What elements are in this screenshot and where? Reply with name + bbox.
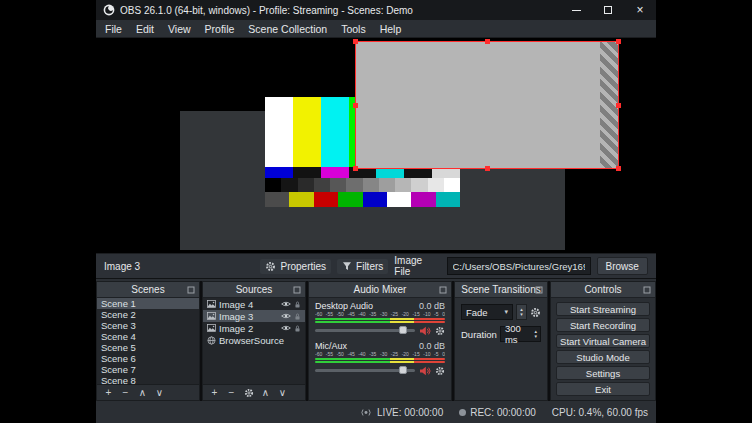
source-item[interactable]: BrowserSource xyxy=(203,334,305,346)
volume-slider-handle[interactable] xyxy=(399,366,407,374)
scene-item[interactable]: Scene 6 xyxy=(97,353,199,364)
add-source-button[interactable]: + xyxy=(207,386,222,399)
scene-up-button[interactable]: ∧ xyxy=(135,386,150,399)
scene-item[interactable]: Scene 5 xyxy=(97,342,199,353)
volume-meter xyxy=(315,321,445,323)
visibility-eye-icon[interactable] xyxy=(281,312,291,320)
studio-mode-button[interactable]: Studio Mode xyxy=(556,350,650,364)
resize-handle[interactable] xyxy=(485,166,490,171)
remove-scene-button[interactable]: − xyxy=(118,386,133,399)
resize-handle[interactable] xyxy=(616,166,621,171)
menu-scene-collection[interactable]: Scene Collection xyxy=(241,20,334,37)
audio-mixer-header[interactable]: Audio Mixer xyxy=(309,282,451,298)
properties-button[interactable]: Properties xyxy=(260,259,331,274)
volume-slider[interactable] xyxy=(315,369,415,372)
db-scale: -60-55-50-45-40-35-30-25-20-15-10-50 xyxy=(315,352,445,357)
start-virtual-camera-button[interactable]: Start Virtual Camera xyxy=(556,334,650,348)
visibility-eye-icon[interactable] xyxy=(281,300,291,308)
resize-handle[interactable] xyxy=(616,39,621,44)
browse-button[interactable]: Browse xyxy=(597,257,649,275)
minimize-button[interactable] xyxy=(560,0,592,20)
source-label: Image 2 xyxy=(219,323,278,334)
transition-spinner[interactable]: ▴▾ xyxy=(516,304,527,320)
source-toolbar: Image 3 Properties Filters Image File Br… xyxy=(96,253,656,279)
source-item[interactable]: Image 2 xyxy=(203,322,305,334)
menu-view[interactable]: View xyxy=(161,20,198,37)
scene-item[interactable]: Scene 7 xyxy=(97,364,199,375)
sources-header[interactable]: Sources xyxy=(203,282,305,298)
scene-item[interactable]: Scene 8 xyxy=(97,375,199,384)
mute-speaker-icon[interactable] xyxy=(419,366,431,376)
lock-icon[interactable] xyxy=(294,324,301,333)
dock-float-icon[interactable] xyxy=(439,286,447,294)
duration-spinbox[interactable]: 300 ms ▴▾ xyxy=(500,326,541,342)
preview-canvas[interactable] xyxy=(96,38,656,253)
gear-icon xyxy=(265,261,276,272)
dock-float-icon[interactable] xyxy=(187,286,195,294)
scenes-header[interactable]: Scenes xyxy=(97,282,199,298)
channel-level: 0.0 dB xyxy=(419,341,445,351)
scene-item[interactable]: Scene 2 xyxy=(97,309,199,320)
maximize-button[interactable] xyxy=(592,0,624,20)
resize-handle[interactable] xyxy=(616,103,621,108)
source-down-button[interactable]: ∨ xyxy=(275,386,290,399)
lock-icon[interactable] xyxy=(294,312,301,321)
filters-button[interactable]: Filters xyxy=(337,259,388,274)
spinbox-arrows[interactable]: ▴▾ xyxy=(531,329,540,339)
channel-settings-gear-icon[interactable] xyxy=(435,326,445,336)
exit-button[interactable]: Exit xyxy=(556,382,650,396)
menu-tools[interactable]: Tools xyxy=(334,20,373,37)
source-up-button[interactable]: ∧ xyxy=(258,386,273,399)
scene-item[interactable]: Scene 1 xyxy=(97,298,199,309)
remove-source-button[interactable]: − xyxy=(224,386,239,399)
controls-panel: Controls Start Streaming Start Recording… xyxy=(550,281,656,401)
dock-float-icon[interactable] xyxy=(293,286,301,294)
source-properties-button[interactable] xyxy=(241,386,256,399)
controls-header[interactable]: Controls xyxy=(551,282,655,298)
titlebar: OBS 26.1.0 (64-bit, windows) - Profile: … xyxy=(96,0,656,20)
resize-handle[interactable] xyxy=(353,103,358,108)
properties-label: Properties xyxy=(280,261,326,272)
transitions-panel: Scene Transitions Fade ▾ ▴▾ Duration 300… xyxy=(454,281,548,401)
resize-handle[interactable] xyxy=(353,39,358,44)
visibility-eye-icon[interactable] xyxy=(281,324,291,332)
scene-down-button[interactable]: ∨ xyxy=(152,386,167,399)
settings-button[interactable]: Settings xyxy=(556,366,650,380)
resize-handle[interactable] xyxy=(353,166,358,171)
add-scene-button[interactable]: + xyxy=(101,386,116,399)
start-streaming-button[interactable]: Start Streaming xyxy=(556,302,650,316)
source-item[interactable]: Image 4 xyxy=(203,298,305,310)
volume-slider-handle[interactable] xyxy=(399,326,407,334)
menu-help[interactable]: Help xyxy=(373,20,409,37)
menu-file[interactable]: File xyxy=(98,20,129,37)
transition-settings-gear-icon[interactable] xyxy=(530,307,541,318)
transitions-header[interactable]: Scene Transitions xyxy=(455,282,547,298)
menu-edit[interactable]: Edit xyxy=(129,20,161,37)
mute-speaker-icon[interactable] xyxy=(419,326,431,336)
bars-gradient xyxy=(265,178,460,192)
volume-slider[interactable] xyxy=(315,329,415,332)
lock-icon[interactable] xyxy=(294,300,301,309)
scenes-list: Scene 1 Scene 2 Scene 3 Scene 4 Scene 5 … xyxy=(97,298,199,384)
controls-title: Controls xyxy=(584,284,621,295)
dock-float-icon[interactable] xyxy=(535,286,543,294)
rec-status: REC: 00:00:00 xyxy=(459,407,536,418)
start-recording-button[interactable]: Start Recording xyxy=(556,318,650,332)
sources-list: Image 4 Image 3 Image 2 xyxy=(203,298,305,384)
sources-title: Sources xyxy=(236,284,273,295)
source-item[interactable]: Image 3 xyxy=(203,310,305,322)
channel-name: Mic/Aux xyxy=(315,341,347,351)
transition-select[interactable]: Fade ▾ xyxy=(461,304,513,320)
scene-item[interactable]: Scene 3 xyxy=(97,320,199,331)
close-button[interactable]: × xyxy=(624,0,656,20)
resize-handle[interactable] xyxy=(485,39,490,44)
channel-settings-gear-icon[interactable] xyxy=(435,366,445,376)
image-file-label: Image File xyxy=(394,255,440,277)
live-timer: LIVE: 00:00:00 xyxy=(377,407,443,418)
scene-item[interactable]: Scene 4 xyxy=(97,331,199,342)
dock-float-icon[interactable] xyxy=(643,286,651,294)
controls-body: Start Streaming Start Recording Start Vi… xyxy=(551,298,655,400)
menu-profile[interactable]: Profile xyxy=(198,20,242,37)
image-file-input[interactable] xyxy=(447,257,591,275)
cpu-status: CPU: 0.4%, 60.00 fps xyxy=(552,407,648,418)
